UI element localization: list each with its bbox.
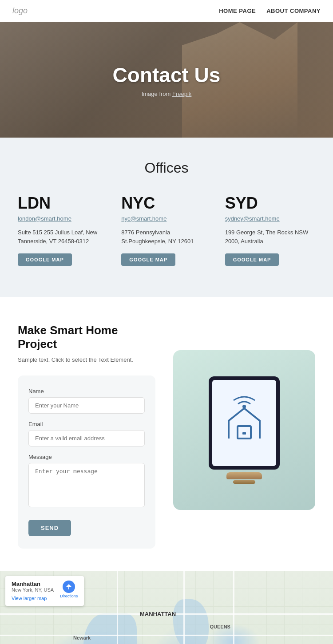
office-code-syd: SYD <box>225 194 315 213</box>
project-section: Make Smart Home Project Sample text. Cli… <box>0 297 333 571</box>
svg-rect-1 <box>212 380 276 466</box>
svg-point-3 <box>242 405 246 408</box>
nav-about-link[interactable]: ABOUT COMPANY <box>266 8 321 14</box>
hero-subtitle: Image from Freepik <box>142 91 192 97</box>
email-input[interactable] <box>28 430 145 446</box>
name-label: Name <box>28 388 145 395</box>
name-input[interactable] <box>28 397 145 414</box>
map-info-card: Manhattan New York, NY, USA View larger … <box>5 576 84 606</box>
tablet-base <box>233 480 255 484</box>
map-background: MANHATTAN QUEENS BROOKLYN Newark New Yor… <box>0 571 333 644</box>
office-email-ldn[interactable]: london@smart.home <box>18 215 108 222</box>
google-map-btn-syd[interactable]: GOOGLE MAP <box>225 253 279 266</box>
office-address-nyc: 8776 Pennsylvania St.Poughkeepsie, NY 12… <box>121 228 211 245</box>
offices-section: Offices LDN london@smart.home Suite 515 … <box>0 138 333 297</box>
form-group-email: Email <box>28 421 145 446</box>
map-road-v1 <box>117 571 118 644</box>
send-button[interactable]: SEND <box>28 520 71 536</box>
office-card-syd: SYD sydney@smart.home 199 George St, The… <box>225 194 315 266</box>
svg-rect-4 <box>242 432 246 435</box>
map-road-h1 <box>0 635 333 636</box>
office-code-nyc: NYC <box>121 194 211 213</box>
offices-grid: LDN london@smart.home Suite 515 255 Juli… <box>18 194 315 266</box>
map-queens-label: QUEENS <box>210 624 230 629</box>
hero-section: Contact Us Image from Freepik <box>0 22 333 138</box>
logo: logo <box>12 6 28 16</box>
project-left: Make Smart Home Project Sample text. Cli… <box>18 324 155 549</box>
office-address-ldn: Suite 515 255 Julius Loaf, New Tannersid… <box>18 228 108 245</box>
map-section: MANHATTAN QUEENS BROOKLYN Newark New Yor… <box>0 571 333 644</box>
form-group-name: Name <box>28 388 145 414</box>
nav-links: HOME PAGE ABOUT COMPANY <box>219 8 321 14</box>
map-newark-label: Newark <box>73 635 91 640</box>
email-label: Email <box>28 421 145 427</box>
nav-home-link[interactable]: HOME PAGE <box>219 8 256 14</box>
directions-icon <box>63 581 75 593</box>
smart-home-icon <box>204 376 284 484</box>
office-email-nyc[interactable]: nyc@smart.home <box>121 215 211 222</box>
project-subtitle: Sample text. Click to select the Text El… <box>18 356 155 363</box>
office-card-nyc: NYC nyc@smart.home 8776 Pennsylvania St.… <box>121 194 211 266</box>
directions-label: Directions <box>60 594 78 598</box>
offices-title: Offices <box>18 160 315 176</box>
office-card-ldn: LDN london@smart.home Suite 515 255 Juli… <box>18 194 108 266</box>
google-map-btn-ldn[interactable]: GOOGLE MAP <box>18 253 72 266</box>
office-code-ldn: LDN <box>18 194 108 213</box>
tablet-svg <box>204 376 284 474</box>
hero-title: Contact Us <box>113 63 221 87</box>
form-group-message: Message <box>28 454 145 509</box>
map-road-v3 <box>233 571 234 644</box>
navbar: logo HOME PAGE ABOUT COMPANY <box>0 0 333 22</box>
message-label: Message <box>28 454 145 460</box>
google-map-btn-nyc[interactable]: GOOGLE MAP <box>121 253 175 266</box>
map-directions-button[interactable]: Directions <box>60 581 78 598</box>
svg-marker-5 <box>66 584 71 589</box>
office-address-syd: 199 George St, The Rocks NSW 2000, Austr… <box>225 228 315 245</box>
project-right <box>173 324 315 549</box>
hero-freepik-link[interactable]: Freepik <box>172 91 191 97</box>
message-textarea[interactable] <box>28 463 145 507</box>
contact-form-card: Name Email Message SEND <box>18 375 155 549</box>
smart-home-image <box>173 350 315 510</box>
office-email-syd[interactable]: sydney@smart.home <box>225 215 315 222</box>
map-location-sub: New York, NY, USA <box>12 587 54 593</box>
map-manhattan-label: MANHATTAN <box>140 611 176 617</box>
map-location-title: Manhattan <box>12 581 54 587</box>
tablet-stand <box>226 472 262 479</box>
map-road-v2 <box>183 571 185 644</box>
map-view-larger-link[interactable]: View larger map <box>12 596 47 601</box>
project-title: Make Smart Home Project <box>18 324 155 351</box>
